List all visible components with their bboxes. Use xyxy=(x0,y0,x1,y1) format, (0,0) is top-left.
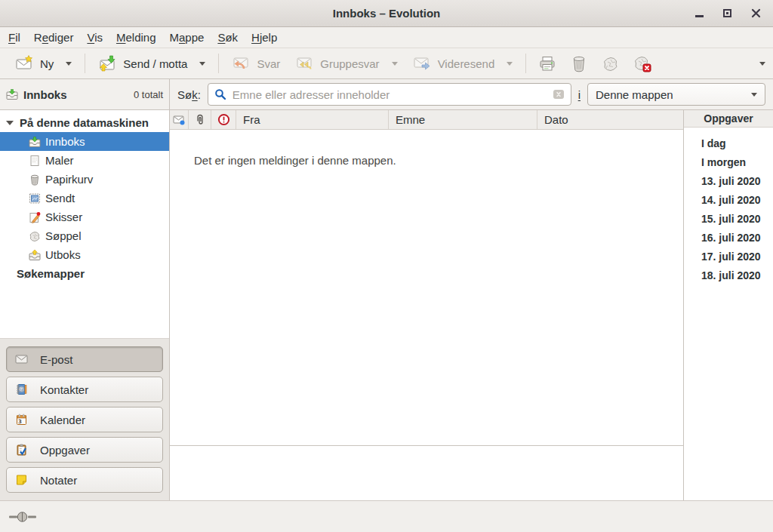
reply-label: Svar xyxy=(257,57,280,70)
todo-item-date[interactable]: 18. juli 2020 xyxy=(684,266,773,284)
folder-item-skisser[interactable]: Skisser xyxy=(0,208,169,226)
todo-item-date[interactable]: 17. juli 2020 xyxy=(684,247,773,266)
empty-folder-message: Det er ingen meldinger i denne mappen. xyxy=(194,154,396,167)
column-from[interactable]: Fra xyxy=(236,110,389,129)
new-message-button[interactable]: Ny xyxy=(8,51,79,76)
chevron-down-icon[interactable] xyxy=(507,62,513,66)
message-list-body[interactable]: Det er ingen meldinger i denne mappen. xyxy=(170,130,683,445)
todo-item-today[interactable]: I dag xyxy=(684,134,773,152)
tree-root-label: På denne datamaskinen xyxy=(20,116,149,129)
tasks-icon xyxy=(15,444,28,456)
column-date[interactable]: Dato xyxy=(537,110,683,129)
print-icon xyxy=(538,54,556,72)
send-receive-button[interactable]: Send / motta xyxy=(91,51,213,76)
tree-root-on-this-computer[interactable]: På denne datamaskinen xyxy=(0,113,169,132)
column-important[interactable] xyxy=(211,110,236,129)
tree-root-search-folders[interactable]: Søkemapper xyxy=(0,264,169,283)
search-input[interactable] xyxy=(233,88,547,101)
trash-folder-icon xyxy=(29,174,41,186)
menu-hjelp[interactable]: Hjelp xyxy=(245,29,284,46)
todo-item-date[interactable]: 15. juli 2020 xyxy=(684,209,773,228)
switcher-calendar-button[interactable]: 3 Kalender xyxy=(6,407,163,432)
main-content: På denne datamaskinen Innboks Maler xyxy=(0,110,773,500)
menu-rediger[interactable]: Rediger xyxy=(27,29,81,46)
switcher-tasks-button[interactable]: Oppgaver xyxy=(6,437,163,463)
junk-folder-icon xyxy=(29,230,41,242)
todo-item-date[interactable]: 16. juli 2020 xyxy=(684,228,773,247)
forward-button[interactable]: Videresend xyxy=(405,51,521,76)
clear-icon[interactable] xyxy=(553,89,565,100)
mail-icon xyxy=(15,353,28,365)
column-status[interactable] xyxy=(170,110,189,129)
search-scope-dropdown[interactable]: Denne mappen xyxy=(587,83,765,106)
close-icon[interactable] xyxy=(751,8,761,18)
toolbar-separator xyxy=(85,54,85,73)
switcher-mail-button[interactable]: E-post xyxy=(6,346,163,372)
chevron-down-icon[interactable] xyxy=(392,62,398,66)
notes-icon xyxy=(15,474,28,486)
folder-item-papirkurv[interactable]: Papirkurv xyxy=(0,170,169,189)
todo-item-tomorrow[interactable]: I morgen xyxy=(684,152,773,171)
send-receive-icon xyxy=(98,54,116,72)
print-button[interactable] xyxy=(531,51,563,76)
evolution-window: Innboks – Evolution Fil Rediger Vis Meld… xyxy=(0,0,773,532)
switcher-contacts-button[interactable]: @ Kontakter xyxy=(6,377,163,402)
menu-mappe[interactable]: Mappe xyxy=(163,29,211,46)
reply-button[interactable]: Svar xyxy=(224,51,288,76)
group-reply-button[interactable]: Gruppesvar xyxy=(288,51,405,76)
toolbar-overflow-icon[interactable] xyxy=(759,62,765,66)
svg-text:@: @ xyxy=(19,386,24,392)
minimize-icon[interactable] xyxy=(695,15,704,17)
todo-item-date[interactable]: 13. juli 2020 xyxy=(684,171,773,190)
folder-header: Innboks 0 totalt xyxy=(0,79,170,109)
current-folder-name: Innboks xyxy=(23,88,67,101)
column-attachment[interactable] xyxy=(189,110,211,129)
switcher-label: Kontakter xyxy=(40,383,88,396)
menu-melding[interactable]: Melding xyxy=(109,29,163,46)
folder-item-utboks[interactable]: Utboks xyxy=(0,245,169,264)
menu-vis[interactable]: Vis xyxy=(80,29,109,46)
message-count: 0 totalt xyxy=(134,89,163,100)
drafts-icon xyxy=(29,211,41,223)
toolbar: Ny Send / motta Svar xyxy=(0,48,773,79)
message-status-icon xyxy=(173,114,185,126)
folder-item-maler[interactable]: Maler xyxy=(0,151,169,170)
folder-label: Skisser xyxy=(45,211,82,223)
folder-label: Maler xyxy=(45,154,74,167)
switcher-memos-button[interactable]: Notater xyxy=(6,467,163,493)
menu-sok[interactable]: Søk xyxy=(211,29,245,46)
delete-button[interactable] xyxy=(563,51,595,76)
new-message-label: Ny xyxy=(40,57,54,70)
search-entry[interactable] xyxy=(208,83,571,106)
scope-value: Denne mappen xyxy=(596,88,673,101)
chevron-down-icon[interactable] xyxy=(199,62,205,66)
not-junk-icon xyxy=(633,54,651,72)
preview-pane[interactable] xyxy=(170,445,683,500)
sent-icon xyxy=(29,192,41,204)
switcher-label: Oppgaver xyxy=(40,444,90,457)
todo-header[interactable]: Oppgaver xyxy=(684,110,773,128)
attachment-icon xyxy=(195,114,205,126)
inbox-icon xyxy=(29,136,41,148)
svg-text:3: 3 xyxy=(18,419,22,425)
important-icon xyxy=(217,113,230,126)
online-plug-icon[interactable] xyxy=(9,511,36,523)
folder-item-soppel[interactable]: Søppel xyxy=(0,226,169,245)
folder-item-innboks[interactable]: Innboks xyxy=(0,132,169,151)
not-junk-button[interactable] xyxy=(627,51,658,76)
junk-icon xyxy=(602,54,620,72)
calendar-icon: 3 xyxy=(15,414,28,426)
reply-icon xyxy=(232,54,250,72)
junk-button[interactable] xyxy=(595,51,627,76)
chevron-down-icon[interactable] xyxy=(66,62,72,66)
folder-item-sendt[interactable]: Sendt xyxy=(0,189,169,208)
todo-item-date[interactable]: 14. juli 2020 xyxy=(684,190,773,209)
expander-icon[interactable] xyxy=(6,121,14,125)
menu-fil[interactable]: Fil xyxy=(2,29,27,46)
column-subject[interactable]: Emne xyxy=(389,110,537,129)
maximize-icon[interactable] xyxy=(723,9,731,17)
outbox-icon xyxy=(29,249,41,261)
switcher-label: E-post xyxy=(40,353,72,366)
switcher-label: Notater xyxy=(40,474,77,487)
search-area: Søk: i Denne mappen xyxy=(170,79,773,109)
